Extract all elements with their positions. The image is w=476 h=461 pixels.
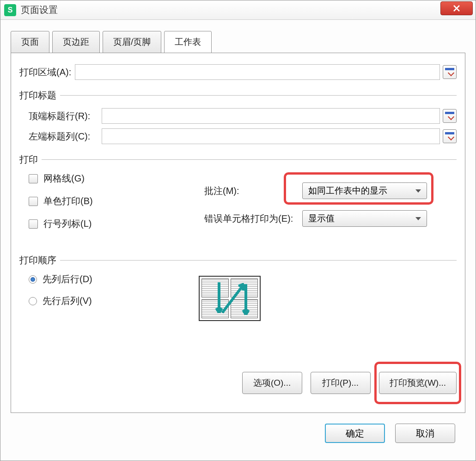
monochrome-checkbox[interactable] [29, 197, 38, 206]
tab-label: 页边距 [63, 37, 89, 47]
print-area-row: 打印区域(A): [19, 64, 457, 80]
range-picker-button[interactable] [443, 129, 457, 143]
gridlines-row: 网格线(G) [29, 172, 204, 185]
order-page-icon [231, 279, 258, 297]
tab-header: 页面 页边距 页眉/页脚 工作表 [11, 31, 465, 53]
monochrome-label: 单色打印(B) [43, 195, 93, 207]
app-icon: S [4, 4, 16, 16]
titlebar-left: S 页面设置 [4, 4, 58, 16]
divider [60, 95, 457, 96]
errors-label: 错误单元格打印为(E): [204, 212, 297, 225]
page-order-illustration [199, 276, 261, 321]
left-col-row: 左端标题列(C): [29, 128, 457, 144]
print-titles-fieldset: 打印标题 顶端标题行(R): 左端标题列(C): [19, 89, 457, 144]
tab-body: 打印区域(A): 打印标题 顶端标题行(R): [11, 53, 465, 413]
rowcol-checkbox[interactable] [29, 219, 38, 229]
page-order-legend: 打印顺序 [19, 254, 457, 267]
print-titles-content: 顶端标题行(R): 左端标题列(C): [19, 108, 457, 144]
tab-label: 页眉/页脚 [113, 37, 151, 47]
top-row-row: 顶端标题行(R): [29, 108, 457, 124]
down-then-over-label: 先列后行(D) [43, 273, 92, 285]
dialog-footer: 确定 取消 [11, 415, 465, 452]
print-button[interactable]: 打印(P)... [311, 372, 371, 394]
rowcol-row: 行号列标(L) [29, 218, 204, 230]
legend-text: 打印 [19, 153, 38, 166]
print-legend: 打印 [19, 153, 457, 166]
app-icon-letter: S [8, 6, 13, 14]
close-button[interactable] [440, 1, 473, 15]
rowcol-label: 行号列标(L) [43, 218, 92, 230]
gridlines-checkbox[interactable] [29, 174, 38, 183]
sheet-buttons: 选项(O)... 打印(P)... 打印预览(W)... [19, 372, 457, 394]
legend-text: 打印标题 [19, 89, 56, 102]
tab-margins[interactable]: 页边距 [52, 31, 100, 53]
range-picker-icon [445, 68, 454, 76]
button-label: 选项(O)... [253, 378, 291, 388]
divider [60, 260, 457, 261]
errors-dropdown[interactable]: 显示值 [302, 210, 427, 227]
print-area-input[interactable] [75, 64, 440, 80]
order-page-icon [231, 299, 258, 318]
options-button[interactable]: 选项(O)... [242, 372, 302, 394]
tab-header-footer[interactable]: 页眉/页脚 [103, 31, 161, 53]
tab-page[interactable]: 页面 [11, 31, 49, 53]
tab-container: 页面 页边距 页眉/页脚 工作表 打印区域(A): [11, 31, 465, 415]
print-titles-legend: 打印标题 [19, 89, 457, 102]
order-page-icon [201, 279, 229, 297]
print-fieldset: 打印 网格线(G) 单色打印(B) [19, 153, 457, 240]
content-area: 页面 页边距 页眉/页脚 工作表 打印区域(A): [0, 20, 476, 461]
left-col-input[interactable] [102, 128, 440, 144]
tab-label: 工作表 [175, 37, 201, 47]
range-picker-icon [445, 132, 454, 140]
highlight-annotation [374, 362, 461, 404]
page-order-content: 先列后行(D) 先行后列(V) [19, 273, 457, 307]
chevron-down-icon [415, 217, 421, 220]
top-row-input[interactable] [102, 108, 440, 124]
button-label: 确定 [346, 427, 364, 440]
cancel-button[interactable]: 取消 [395, 424, 455, 443]
left-col-label: 左端标题列(C): [29, 130, 98, 143]
tab-label: 页面 [21, 37, 39, 47]
comments-label: 批注(M): [204, 185, 297, 197]
highlight-annotation [284, 172, 433, 205]
titlebar: S 页面设置 [0, 0, 476, 20]
over-then-down-label: 先行后列(V) [43, 295, 92, 307]
range-picker-button[interactable] [443, 109, 457, 123]
print-area-label: 打印区域(A): [19, 66, 71, 79]
down-then-over-radio[interactable] [29, 275, 37, 284]
monochrome-row: 单色打印(B) [29, 195, 204, 207]
print-checkboxes: 网格线(G) 单色打印(B) 行号列标(L) [29, 172, 204, 240]
window-title: 页面设置 [21, 4, 58, 16]
tab-sheet[interactable]: 工作表 [164, 31, 212, 53]
gridlines-label: 网格线(G) [43, 172, 85, 185]
print-dropdowns: 批注(M): 如同工作表中的显示 错误单元格 [204, 172, 457, 240]
button-label: 打印(P)... [322, 378, 359, 388]
legend-text: 打印顺序 [19, 254, 56, 267]
print-content: 网格线(G) 单色打印(B) 行号列标(L) [19, 172, 457, 240]
order-page-icon [201, 299, 229, 318]
button-label: 取消 [416, 427, 434, 440]
page-order-fieldset: 打印顺序 先列后行(D) 先行后列(V) [19, 254, 457, 307]
dropdown-value: 显示值 [308, 212, 335, 224]
dialog-window: S 页面设置 页面 页边距 页眉/页脚 工作表 [0, 0, 476, 461]
range-picker-button[interactable] [443, 65, 457, 79]
ok-button[interactable]: 确定 [325, 424, 385, 443]
divider [42, 159, 457, 160]
top-row-label: 顶端标题行(R): [29, 110, 98, 122]
range-picker-icon [445, 112, 454, 120]
over-then-down-radio[interactable] [29, 297, 37, 305]
close-icon [453, 5, 460, 12]
